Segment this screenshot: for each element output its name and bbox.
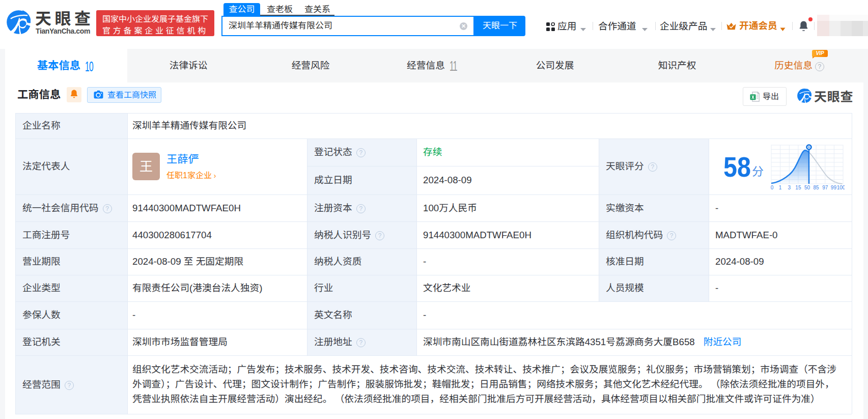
svg-text:15: 15 [795, 185, 801, 190]
svg-text:100: 100 [837, 185, 845, 190]
svg-text:99: 99 [831, 185, 837, 190]
svg-text:0: 0 [771, 185, 774, 190]
svg-text:1: 1 [779, 185, 782, 190]
svg-text:85: 85 [814, 185, 820, 190]
svg-text:3: 3 [788, 185, 791, 190]
svg-text:50: 50 [804, 185, 810, 190]
svg-text:97: 97 [822, 185, 828, 190]
